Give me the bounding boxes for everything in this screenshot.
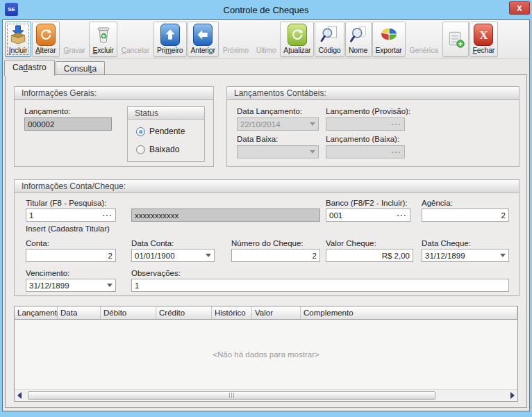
dropdown-arrow-icon [310,150,315,154]
exportar-button[interactable]: Exportar [372,22,406,57]
banco-lookup-button[interactable]: ··· [397,211,408,220]
valor-cheque-field[interactable]: R$ 2,00 [326,249,413,262]
tab-cadastro-label: Cadastro [13,63,47,72]
group-informacoes-gerais: Informações Gerais: Lançamento: 000002 S… [14,86,214,167]
exportar-label: Exportar [376,46,402,54]
lancamento-baixa-field: ··· [326,145,405,158]
incluir-button[interactable]: Incluir [5,22,31,57]
conta-label: Conta: [26,239,49,247]
radio-baixado-icon[interactable] [136,145,145,154]
status-panel: Status Pendente Baixado [127,106,205,162]
trash-recycle-icon: ♻ [94,24,113,46]
tab-consulta-label: Consulta [64,64,97,74]
lancamento-provisao-label: Lançamento (Provisão): [326,107,410,115]
vencimento-combo[interactable]: 31/12/1899 [26,279,116,292]
svg-text:♻: ♻ [100,31,107,41]
fechar-button[interactable]: X Fechar [469,22,498,57]
app-window: SE Controle de Cheques X Incluir [0,0,532,417]
gravar-label: Gravar [64,46,85,54]
tab-consulta[interactable]: Consulta [56,61,105,75]
dropdown-arrow-icon [310,122,315,126]
data-conta-combo[interactable]: 01/01/1900 [131,249,215,262]
generica-button[interactable]: Genérica [406,22,442,57]
anterior-button[interactable]: Anterior [188,22,219,57]
tab-bar: Cadastro Consulta [4,60,105,75]
atualizar-button[interactable]: Atualizar [280,22,314,57]
radio-pendente-icon[interactable] [136,127,145,136]
gravar-button[interactable]: Gravar [60,22,89,57]
close-x-icon: X [474,24,493,46]
titular-field[interactable]: 1 ··· [26,208,116,222]
grid-col-historico[interactable]: Histórico [212,306,252,319]
observacoes-field[interactable]: 1 [131,279,509,292]
grid-col-debito[interactable]: Débito [101,306,156,319]
radio-baixado-label: Baixado [149,145,179,154]
excluir-button[interactable]: ♻ Excluir [89,22,117,57]
ellipsis-button: ··· [392,148,402,156]
scrollbar-thumb[interactable] [28,391,435,400]
banco-label: Banco (F8/F2 - Incluir): [326,199,408,207]
alterar-button[interactable]: Alterar [32,22,60,57]
group-informacoes-conta-cheque-title: Informações Conta/Cheque: [22,181,126,191]
data-conta-label: Data Conta: [131,239,174,247]
group-lancamentos-contabeis-title: Lançamentos Contábeis: [234,88,326,98]
titlebar: SE Controle de Cheques X [0,0,532,19]
valor-cheque-label: Valor Cheque: [326,239,376,247]
window-close-button[interactable]: X [509,1,530,15]
data-cheque-combo[interactable]: 31/12/1899 [422,249,509,262]
scroll-right-icon[interactable] [510,392,515,399]
dropdown-arrow-icon[interactable] [206,254,211,257]
radio-baixado[interactable]: Baixado [136,145,179,154]
data-lancamento-combo: 22/10/2014 [237,117,319,131]
agencia-label: Agência: [422,199,453,207]
lancamentos-grid: Lançamento Data Débito Crédito Histórico… [14,306,518,402]
nome-label: Nome [349,46,367,54]
data-baixa-label: Data Baixa: [237,135,278,143]
app-logo-icon: SE [5,3,18,16]
insert-box-icon [8,24,28,46]
search-icon [349,24,368,46]
dropdown-arrow-icon[interactable] [500,254,506,257]
window-title: Controle de Cheques [0,5,532,15]
group-informacoes-conta-cheque: Informações Conta/Cheque: Titular (F8 - … [14,179,519,296]
refresh-orange-icon [36,24,56,46]
primeiro-button[interactable]: Primeiro [153,22,187,57]
ultimo-button[interactable]: Último [253,22,280,57]
conta-field[interactable]: 2 [26,249,116,262]
generica-label: Genérica [410,46,438,54]
numero-cheque-field[interactable]: 2 [231,249,320,262]
tab-cadastro[interactable]: Cadastro [4,60,55,76]
atualizar-label: Atualizar [283,46,310,54]
cancelar-button[interactable]: Cancelar [118,22,153,57]
proximo-label: Próximo [223,46,249,54]
scroll-left-icon[interactable] [17,392,22,399]
grid-add-icon [446,24,465,54]
tab-page-cadastro: Informações Gerais: Lançamento: 000002 S… [5,74,527,408]
grid-col-credito[interactable]: Crédito [156,306,212,319]
grid-header-row: Lançamento Data Débito Crédito Histórico… [15,306,517,320]
dropdown-arrow-icon[interactable] [107,284,113,287]
grid-horizontal-scrollbar[interactable] [15,389,517,401]
codigo-label: Código [318,46,340,54]
incluir-label: Incluir [9,46,28,54]
grid-col-data[interactable]: Data [58,306,101,319]
grid-col-lancamento[interactable]: Lançamento [15,306,58,319]
primeiro-label: Primeiro [157,46,183,54]
proximo-button[interactable]: Próximo [219,22,252,57]
insert-hint-label: Insert (Cadastra Titular) [26,224,110,233]
grid-export-button[interactable] [442,22,469,57]
data-baixa-combo [237,145,319,158]
radio-pendente[interactable]: Pendente [136,126,185,136]
agencia-field[interactable]: 2 [422,208,509,222]
grid-col-valor[interactable]: Valor [252,306,301,319]
toolbar: Incluir Alterar Gravar [3,20,529,59]
titular-nome-field: xxxxxxxxxxx [131,208,320,222]
codigo-button[interactable]: Código [315,22,344,57]
titular-lookup-button[interactable]: ··· [103,211,113,220]
status-title: Status [135,108,158,118]
lancamento-label: Lançamento: [24,107,71,115]
banco-field[interactable]: 001 ··· [326,208,410,222]
arrow-left-icon [193,24,213,46]
grid-col-complemento[interactable]: Complemento [301,306,517,319]
nome-button[interactable]: Nome [345,22,372,57]
